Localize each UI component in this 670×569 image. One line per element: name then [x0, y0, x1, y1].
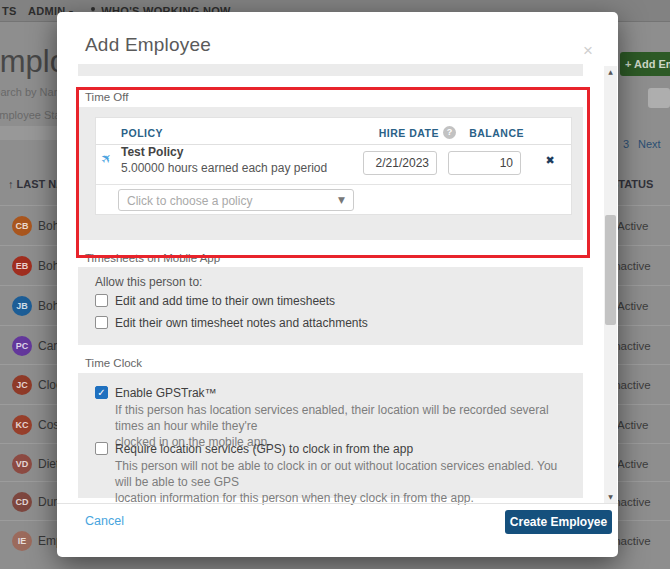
scrollbar-thumb[interactable] [605, 215, 616, 325]
modal-title: Add Employee [85, 34, 211, 56]
pagination-next[interactable]: Next [638, 138, 661, 150]
help-icon[interactable]: ? [443, 126, 456, 139]
section-label-time-off: Time Off [85, 91, 128, 103]
modal-scrollbar[interactable]: ▲ ▼ [604, 66, 617, 503]
checkbox-label[interactable]: Edit their own timesheet notes and attac… [115, 316, 368, 330]
row-divider [96, 184, 571, 185]
screen: TS ADMIN ▾ WHO'S WORKING NOW Employees S… [0, 0, 670, 569]
checkbox-label[interactable]: Require location services (GPS) to clock… [115, 442, 413, 456]
status-value: Active [617, 286, 648, 326]
remove-policy-icon[interactable]: ✖ [542, 153, 558, 169]
hire-date-input[interactable] [363, 151, 437, 175]
checkbox-enable-gpstrak[interactable] [95, 386, 108, 399]
require-gps-description: This person will not be able to clock in… [115, 458, 577, 506]
checkbox-label[interactable]: Edit and add time to their own timesheet… [115, 294, 335, 308]
create-employee-button[interactable]: Create Employee [505, 510, 612, 534]
avatar: VD [12, 454, 32, 474]
status-value: Active [617, 444, 648, 484]
footer-divider [57, 503, 618, 504]
avatar: CD [12, 492, 32, 512]
scrolled-section-edge [78, 64, 583, 76]
avatar: PC [12, 336, 32, 356]
checkbox-label[interactable]: Enable GPSTrak™ [115, 386, 217, 400]
avatar: JB [12, 296, 32, 316]
avatar: EB [12, 256, 32, 276]
status-value: Active [617, 405, 648, 445]
checkbox-edit-notes[interactable] [95, 316, 108, 329]
airplane-icon: ✈ [97, 149, 115, 167]
pagination-page-3[interactable]: 3 [623, 138, 629, 150]
dropdown-placeholder: Click to choose a policy [127, 194, 252, 208]
add-employee-modal: Add Employee × Time Off POLICY HIRE DATE… [57, 12, 618, 557]
checkbox-edit-add-time[interactable] [95, 294, 108, 307]
column-header-hire-date: HIRE DATE [326, 127, 439, 139]
section-label-time-clock: Time Clock [85, 357, 142, 369]
time-off-policy-card: POLICY HIRE DATE ? BALANCE ✈ Test Policy… [95, 117, 572, 215]
close-icon[interactable]: × [579, 42, 597, 60]
column-header-policy: POLICY [121, 127, 163, 139]
nav-item-reports[interactable]: TS [2, 5, 17, 17]
scroll-up-icon[interactable]: ▲ [604, 66, 617, 78]
scroll-down-icon[interactable]: ▼ [604, 491, 617, 503]
sort-arrow-icon: ↑ [8, 178, 14, 190]
chevron-down-icon: ▼ [338, 195, 345, 205]
status-value: Active [617, 206, 648, 246]
avatar: JC [12, 375, 32, 395]
choose-policy-dropdown[interactable]: Click to choose a policy ▼ [118, 189, 354, 211]
policy-description: 5.00000 hours earned each pay period [121, 161, 327, 175]
column-header-balance: BALANCE [464, 127, 524, 139]
cancel-button[interactable]: Cancel [85, 514, 124, 528]
policy-name: Test Policy [121, 145, 183, 159]
timesheets-intro: Allow this person to: [95, 275, 202, 289]
checkbox-require-gps[interactable] [95, 442, 108, 455]
add-employee-button[interactable]: + Add Employee [620, 52, 670, 76]
search-action-button[interactable] [648, 88, 670, 108]
avatar: IE [12, 531, 32, 551]
employee-status-select[interactable] [0, 126, 57, 140]
avatar: CB [12, 216, 32, 236]
avatar: KC [12, 415, 32, 435]
balance-input[interactable] [448, 151, 521, 175]
section-label-timesheets: Timesheets on Mobile App [85, 252, 220, 264]
